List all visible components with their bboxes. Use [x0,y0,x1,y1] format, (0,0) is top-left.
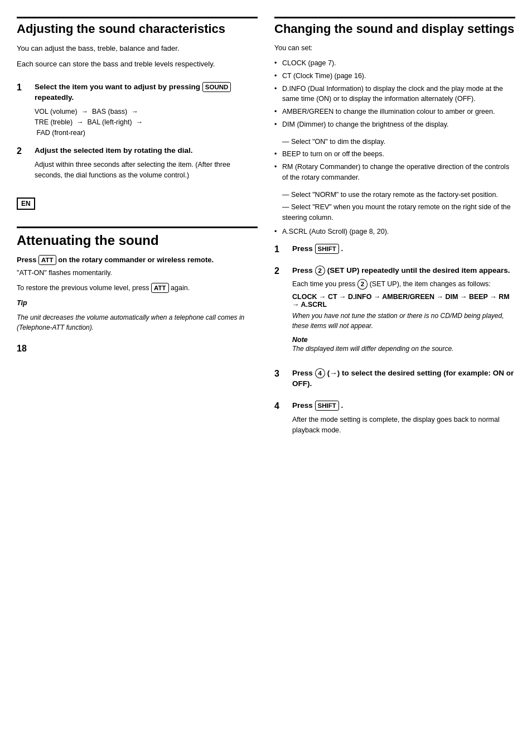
step2-title: Adjust the selected item by rotating the… [35,146,258,156]
attenuating-section: Attenuating the sound Press ATT on the r… [17,233,258,333]
sound-button: SOUND [202,82,231,92]
en-badge-container: EN [17,198,258,215]
en-attenuating-section: EN Attenuating the sound Press ATT on th… [17,198,258,333]
bullet-list-2: BEEP to turn on or off the beeps. RM (Ro… [274,149,515,182]
right-step3-number: 3 [274,368,287,393]
right-step3: 3 Press 4 (→) to select the desired sett… [274,368,515,393]
shift-button-1: SHIFT [315,244,339,254]
circle2b-button: 2 [357,279,367,289]
bullet-rm: RM (Rotary Commander) to change the oper… [274,162,515,183]
right-step3-press: Press [292,369,313,377]
italic-note: When you have not tune the station or th… [292,311,515,331]
mid-divider [17,227,258,228]
bullet-list-1: CLOCK (page 7). CT (Clock Time) (page 16… [274,58,515,130]
page: Adjusting the sound characteristics You … [0,0,532,756]
right-step3-content: Press 4 (→) to select the desired settin… [292,368,515,393]
attenuating-title: Attenuating the sound [17,233,258,249]
bullet-ascrl: A.SCRL (Auto Scroll) (page 8, 20). [274,227,515,237]
en-badge: EN [17,198,35,210]
step2-body: Adjust within three seconds after select… [35,160,258,181]
right-step2-title: Press 2 (SET UP) repeatedly until the de… [292,266,515,276]
right-step2-press: Press [292,266,313,275]
top-divider-right [274,17,515,18]
section2-title: Changing the sound and display settings [274,22,515,36]
left-column: Adjusting the sound characteristics You … [17,17,258,739]
bullet-amber: AMBER/GREEN to change the illumination c… [274,107,515,117]
tip-text: The unit decreases the volume automatica… [17,312,258,333]
step1-title: Select the item you want to adjust by pr… [35,82,258,103]
step2-body-part2: (SET UP), the item changes as follows: [370,280,491,288]
note-label: Note [292,336,308,344]
page-number: 18 [17,344,258,354]
right-step1: 1 Press SHIFT . [274,244,515,258]
att-button2: ATT [151,283,169,293]
note-text: The displayed item will differ depending… [292,344,515,354]
right-step3-title: Press 4 (→) to select the desired settin… [292,368,515,389]
att-flash-text: "ATT-ON" flashes momentarily. [17,268,258,278]
bullet-dinfo: D.INFO (Dual Information) to display the… [274,84,515,105]
rm-indent2: — Select "REV" when you mount the rotary… [274,202,515,223]
right-intro: You can set: [274,43,515,54]
step1: 1 Select the item you want to adjust by … [17,82,258,138]
bullet-dim: DIM (Dimmer) to change the brightness of… [274,119,515,130]
step2-body-part1: Each time you press [292,280,355,288]
att-step-title-part2: on the rotary commander or wireless remo… [58,256,214,264]
att-button: ATT [38,255,56,265]
right-step2-body: Each time you press 2 (SET UP), the item… [292,279,515,290]
right-step4-body: After the mode setting is complete, the … [292,415,515,436]
right-step2: 2 Press 2 (SET UP) repeatedly until the … [274,266,515,361]
right-column: Changing the sound and display settings … [274,17,515,739]
right-step2-title-part2: (SET UP) repeatedly until the desired it… [327,266,510,275]
tip-label: Tip [17,298,258,309]
step1-number: 1 [17,82,29,138]
right-step1-title: Press SHIFT . [292,244,515,254]
right-step1-number: 1 [274,244,287,258]
circle2-button: 2 [315,266,325,276]
step1-title-part1: Select the item you want to adjust by pr… [35,83,200,91]
two-column-layout: Adjusting the sound characteristics You … [17,17,515,739]
step1-body: VOL (volume) → BAS (bass) → TRE (treble)… [35,107,258,138]
step2: 2 Adjust the selected item by rotating t… [17,146,258,180]
bullet-clock: CLOCK (page 7). [274,58,515,69]
att-step-title: Press ATT on the rotary commander or wir… [17,254,258,266]
restore-part1: To restore the previous volume level, pr… [17,284,149,292]
circle4-button: 4 [315,368,325,378]
section1-intro2: Each source can store the bass and trebl… [17,59,258,70]
note-label-container: Note [292,335,515,344]
dim-indent: — Select "ON" to dim the display. [274,137,515,147]
right-step2-content: Press 2 (SET UP) repeatedly until the de… [292,266,515,361]
bullet-list-3: A.SCRL (Auto Scroll) (page 8, 20). [274,227,515,237]
right-step2-number: 2 [274,266,287,361]
top-divider-left [17,17,258,18]
shift-button-2: SHIFT [315,401,339,411]
right-step3-title-part2: (→) to select the desired setting (for e… [292,369,514,388]
step2-content: Adjust the selected item by rotating the… [35,146,258,180]
right-step4-title: Press SHIFT . [292,401,515,411]
right-step4-number: 4 [274,401,287,435]
step2-number: 2 [17,146,29,180]
right-step1-content: Press SHIFT . [292,244,515,258]
att-press-label: Press [17,256,36,264]
section1-title: Adjusting the sound characteristics [17,22,258,36]
right-step4-period: . [341,401,344,410]
right-step4: 4 Press SHIFT . After the mode setting i… [274,401,515,435]
bullet-ct: CT (Clock Time) (page 16). [274,71,515,81]
restore-part2: again. [171,284,190,292]
bullet-beep: BEEP to turn on or off the beeps. [274,149,515,160]
rm-indent1: — Select "NORM" to use the rotary remote… [274,190,515,200]
right-step4-press: Press [292,401,313,410]
right-step1-period: . [341,244,344,253]
right-step4-content: Press SHIFT . After the mode setting is … [292,401,515,435]
right-step1-press: Press [292,244,313,253]
step1-content: Select the item you want to adjust by pr… [35,82,258,138]
att-restore-text: To restore the previous volume level, pr… [17,283,258,293]
changes-line: CLOCK → CT → D.INFO → AMBER/GREEN → DIM … [292,293,515,309]
section1-intro1: You can adjust the bass, treble, balance… [17,43,258,54]
step1-title-part2: repeatedly. [35,93,74,102]
